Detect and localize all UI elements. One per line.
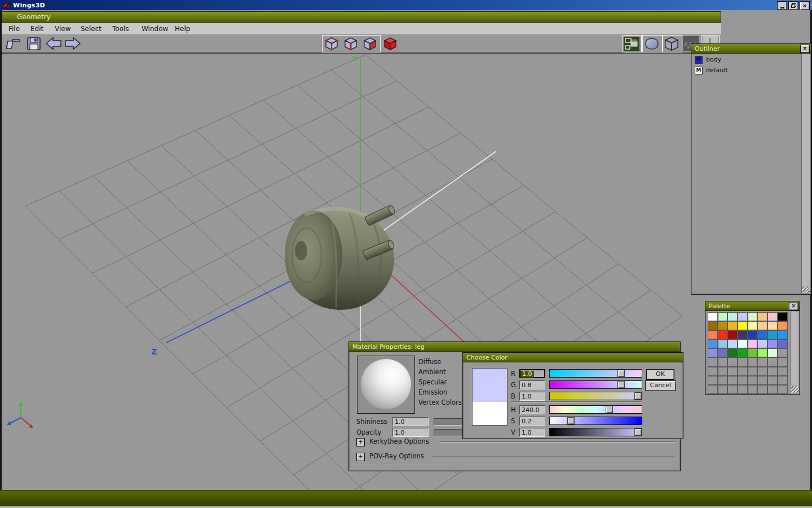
channel-field-b[interactable]: 1.0 bbox=[519, 392, 545, 401]
palette-swatch[interactable] bbox=[767, 312, 778, 321]
palette-swatch[interactable] bbox=[767, 348, 778, 357]
palette-swatch-empty[interactable] bbox=[757, 385, 767, 394]
palette-swatch[interactable] bbox=[757, 348, 767, 357]
channel-field-h[interactable]: 240.0 bbox=[519, 405, 545, 414]
shininess-slider[interactable] bbox=[434, 418, 464, 426]
palette-swatch[interactable] bbox=[767, 330, 778, 339]
palette-swatch[interactable] bbox=[738, 348, 748, 357]
slider-thumb[interactable] bbox=[634, 392, 642, 400]
material-diffuse-label[interactable]: Diffuse bbox=[418, 357, 462, 367]
outliner-resize-grip[interactable] bbox=[802, 286, 810, 293]
palette-swatch-empty[interactable] bbox=[727, 367, 738, 376]
ok-button[interactable]: OK bbox=[646, 369, 674, 380]
material-icon[interactable]: M bbox=[695, 67, 703, 75]
opacity-field[interactable]: 1.0 bbox=[392, 428, 429, 437]
expander-toggle-icon[interactable]: + bbox=[356, 453, 365, 461]
expander-toggle-icon[interactable]: + bbox=[356, 438, 365, 446]
slider-thumb[interactable] bbox=[634, 428, 642, 436]
channel-field-v[interactable]: 1.0 bbox=[519, 428, 545, 437]
palette-swatch[interactable] bbox=[718, 339, 728, 348]
cancel-button[interactable]: Cancel bbox=[645, 380, 676, 391]
palette-swatch[interactable] bbox=[767, 321, 778, 330]
palette-swatch-empty[interactable] bbox=[778, 367, 788, 376]
palette-swatch-empty[interactable] bbox=[727, 376, 738, 385]
material-icon[interactable]: M bbox=[695, 56, 703, 64]
palette-swatch-empty[interactable] bbox=[757, 376, 767, 385]
palette-swatch-empty[interactable] bbox=[778, 348, 788, 357]
palette-swatch-empty[interactable] bbox=[748, 376, 758, 385]
palette-swatch-empty[interactable] bbox=[708, 357, 718, 366]
channel-slider-r[interactable] bbox=[549, 369, 642, 378]
palette-swatch[interactable] bbox=[748, 321, 758, 330]
palette-swatch-empty[interactable] bbox=[718, 376, 728, 385]
outliner-scrollbar[interactable] bbox=[801, 54, 810, 293]
palette-swatch-empty[interactable] bbox=[757, 357, 767, 366]
slider-thumb[interactable] bbox=[617, 381, 625, 388]
palette-swatch[interactable] bbox=[757, 312, 767, 321]
palette-swatch-empty[interactable] bbox=[727, 385, 738, 394]
palette-swatch[interactable] bbox=[738, 321, 748, 330]
palette-swatch[interactable] bbox=[757, 339, 767, 348]
palette-swatch-empty[interactable] bbox=[708, 385, 718, 394]
palette-swatch[interactable] bbox=[748, 312, 758, 321]
palette-swatch[interactable] bbox=[778, 339, 788, 348]
palette-swatch[interactable] bbox=[708, 330, 718, 339]
palette-swatch[interactable] bbox=[748, 339, 758, 348]
palette-swatch-empty[interactable] bbox=[748, 385, 758, 394]
opacity-slider[interactable] bbox=[434, 429, 464, 436]
palette-swatch[interactable] bbox=[718, 330, 728, 339]
palette-swatch-empty[interactable] bbox=[718, 385, 728, 394]
palette-swatch[interactable] bbox=[718, 321, 728, 330]
palette-swatch-empty[interactable] bbox=[708, 367, 718, 376]
palette-titlebar[interactable]: Palette × bbox=[705, 301, 800, 311]
channel-field-s[interactable]: 0.2 bbox=[519, 417, 545, 426]
palette-swatch[interactable] bbox=[738, 330, 748, 339]
palette-swatch[interactable] bbox=[738, 312, 748, 321]
palette-swatch[interactable] bbox=[767, 339, 778, 348]
material-dialog-titlebar[interactable]: Material Properties: leg bbox=[349, 342, 680, 352]
channel-field-g[interactable]: 0.8 bbox=[519, 380, 545, 389]
outliner-close-icon[interactable]: × bbox=[800, 45, 810, 53]
palette-swatch[interactable] bbox=[778, 312, 788, 321]
channel-slider-g[interactable] bbox=[549, 380, 642, 389]
palette-swatch[interactable] bbox=[727, 330, 738, 339]
outliner-titlebar[interactable]: Outliner × bbox=[691, 44, 811, 54]
palette-swatch-empty[interactable] bbox=[767, 376, 778, 385]
palette-swatch-empty[interactable] bbox=[727, 357, 738, 366]
palette-swatch[interactable] bbox=[727, 321, 738, 330]
palette-swatch-empty[interactable] bbox=[748, 357, 758, 366]
palette-swatch-empty[interactable] bbox=[778, 385, 788, 394]
material-ambient-label[interactable]: Ambient bbox=[418, 367, 462, 377]
palette-swatch[interactable] bbox=[708, 339, 718, 348]
model-object-leg[interactable] bbox=[285, 204, 396, 310]
palette-swatch[interactable] bbox=[778, 321, 788, 330]
shininess-field[interactable]: 1.0 bbox=[392, 417, 429, 426]
palette-swatch-empty[interactable] bbox=[757, 367, 767, 376]
slider-thumb[interactable] bbox=[567, 417, 575, 424]
palette-swatch-empty[interactable] bbox=[767, 385, 778, 394]
slider-thumb[interactable] bbox=[606, 406, 613, 413]
material-emission-label[interactable]: Emission bbox=[418, 387, 462, 397]
palette-swatch[interactable] bbox=[727, 312, 738, 321]
material-vertex-colors-label[interactable]: Vertex Colors bbox=[418, 397, 462, 408]
palette-swatch-empty[interactable] bbox=[718, 367, 728, 376]
palette-swatch-empty[interactable] bbox=[718, 357, 728, 366]
palette-swatch-empty[interactable] bbox=[778, 376, 788, 385]
channel-slider-s[interactable] bbox=[549, 417, 642, 425]
palette-swatch[interactable] bbox=[718, 312, 728, 321]
palette-swatch[interactable] bbox=[757, 321, 767, 330]
palette-swatch-empty[interactable] bbox=[738, 367, 748, 376]
channel-slider-b[interactable] bbox=[549, 392, 642, 400]
palette-swatch-empty[interactable] bbox=[738, 357, 748, 366]
channel-field-r[interactable]: 1.0 bbox=[519, 369, 545, 378]
outliner-item-default[interactable]: Mdefault bbox=[691, 65, 801, 76]
choose-color-titlebar[interactable]: Choose Color bbox=[463, 353, 683, 362]
palette-close-icon[interactable]: × bbox=[789, 302, 798, 310]
palette-swatch[interactable] bbox=[778, 330, 788, 339]
palette-swatch[interactable] bbox=[727, 348, 738, 357]
channel-slider-v[interactable] bbox=[549, 428, 642, 436]
outliner-item-body[interactable]: Mbody bbox=[691, 54, 801, 65]
palette-swatch[interactable] bbox=[748, 348, 758, 357]
palette-swatch-empty[interactable] bbox=[738, 376, 748, 385]
palette-swatch[interactable] bbox=[738, 339, 748, 348]
